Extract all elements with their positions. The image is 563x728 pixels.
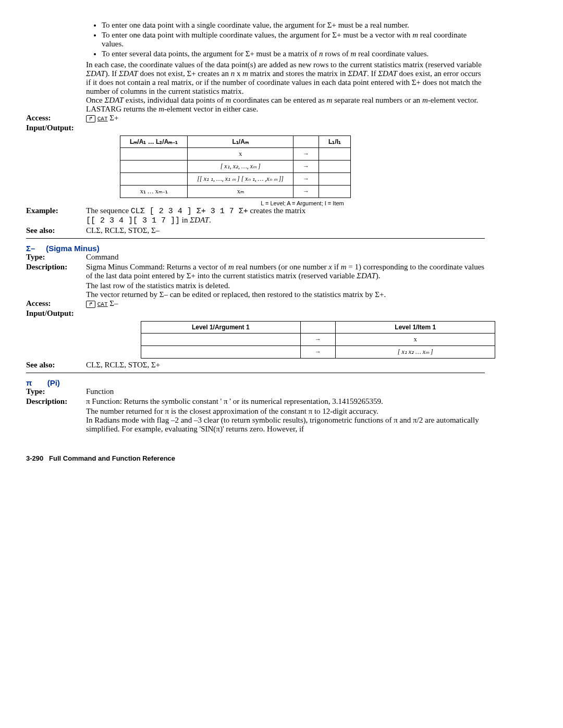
cat-label: CAT [97,301,108,307]
divider [26,238,485,239]
table-header [293,136,319,148]
example-label: Example: [26,206,86,225]
table-cell [120,173,188,186]
table-header [300,322,336,334]
access-suffix: Σ+ [109,114,118,122]
shift-key-icon: ↱ [86,301,95,308]
table-cell [120,148,188,161]
io-label: Input/Output: [26,309,86,318]
seealso-row: See also: CLΣ, RCLΣ, STOΣ, Σ– [26,226,485,235]
table-header: Level 1/Item 1 [336,322,495,334]
sigma-plus-bullets: To enter one data point with a single co… [86,21,485,58]
sigma-plus-io-table: Lₘ/A₁ … L₂/Aₘ₋₁ L₁/Aₘ L₁/I₁ x → [ x₁, x₂… [120,135,351,198]
access-row: Access: ↱ CAT Σ+ [26,114,485,122]
access-suffix: Σ– [109,299,118,307]
sigma-minus-desc3: The vector returned by Σ– can be edited … [86,290,485,299]
seealso-row: See also: CLΣ, RCLΣ, STOΣ, Σ+ [26,361,485,369]
table-cell [141,346,301,359]
io-row: Input/Output: [26,309,485,318]
table-header: Level 1/Argument 1 [141,322,301,334]
table-cell: → [300,346,336,359]
title-name: (Sigma Minus) [46,244,100,253]
sigma-minus-table-wrap: Level 1/Argument 1 Level 1/Item 1 → x → … [141,321,485,359]
page-footer: 3-290 Full Command and Function Referenc… [26,454,485,462]
example-code: CLΣ [ 2 3 4 ] Σ+ 3 1 7 Σ+ [131,207,248,216]
table-cell [319,148,351,161]
table-cell: → [293,173,319,186]
desc-row: Description: Sigma Minus Command: Return… [26,263,485,280]
io-label: Input/Output: [26,124,86,132]
title-name: (Pi) [47,378,60,387]
desc-row: Description: π Function: Returns the sym… [26,397,485,406]
access-value: ↱ CAT Σ– [86,299,485,308]
bullet-item: To enter one data point with multiple co… [102,31,485,48]
io-row: Input/Output: [26,124,485,132]
desc-value: π Function: Returns the symbolic constan… [86,397,485,406]
example-text: creates the matrix [248,206,305,215]
table-cell: xₘ [188,186,293,198]
sigma-minus-desc2: The last row of the statistics matrix is… [86,281,485,290]
table-cell: [ x₁ x₂ … xₘ ] [336,346,495,359]
table-caption: L = Level; A = Argument; I = Item [120,200,485,206]
divider [26,373,485,373]
pi-title: π (Pi) [26,378,485,387]
table-cell [319,161,351,173]
table-header: Lₘ/A₁ … L₂/Aₘ₋₁ [120,136,188,148]
example-value: The sequence CLΣ [ 2 3 4 ] Σ+ 3 1 7 Σ+ c… [86,206,485,225]
sigma-plus-para2: Once ΣDAT exists, individual data points… [86,96,485,114]
sigma-plus-para1: In each case, the coordinate values of t… [86,60,485,96]
table-cell: → [300,334,336,346]
table-header: L₁/Aₘ [188,136,293,148]
type-row: Type: Command [26,253,485,262]
desc-label: Description: [26,263,86,280]
access-row: Access: ↱ CAT Σ– [26,299,485,308]
table-cell: → [293,148,319,161]
desc-label: Description: [26,397,86,406]
table-cell: x [336,334,495,346]
type-value: Function [86,387,485,396]
seealso-value: CLΣ, RCLΣ, STOΣ, Σ+ [86,361,485,369]
example-code: [[ 2 3 4 ][ 3 1 7 ]] [86,216,180,225]
table-cell: x [188,148,293,161]
bullet-item: To enter several data points, the argume… [102,50,485,58]
seealso-value: CLΣ, RCLΣ, STOΣ, Σ– [86,226,485,235]
access-value: ↱ CAT Σ+ [86,114,485,122]
example-text: The sequence [86,206,131,215]
example-row: Example: The sequence CLΣ [ 2 3 4 ] Σ+ 3… [26,206,485,225]
table-cell [319,186,351,198]
pi-desc2: The number returned for π is the closest… [86,407,485,416]
title-symbol: Σ– [26,244,35,253]
table-cell: x₁ … xₘ₋₁ [120,186,188,198]
type-label: Type: [26,253,86,262]
sigma-minus-title: Σ– (Sigma Minus) [26,244,485,253]
example-text: in ΣDAT. [180,216,211,224]
table-cell: [[ x₁ ₁, …, x₁ ₘ ] [ xₙ ₁, … ,xₙ ₘ ]] [188,173,293,186]
sigma-minus-io-table: Level 1/Argument 1 Level 1/Item 1 → x → … [141,321,495,359]
table-cell: → [293,186,319,198]
footer-title: Full Command and Function Reference [49,454,175,462]
type-value: Command [86,253,485,262]
page-number: 3-290 [26,454,43,462]
bullet-item: To enter one data point with a single co… [102,21,485,30]
seealso-label: See also: [26,226,86,235]
table-cell [120,161,188,173]
cat-label: CAT [97,116,108,122]
sigma-plus-table-wrap: Lₘ/A₁ … L₂/Aₘ₋₁ L₁/Aₘ L₁/I₁ x → [ x₁, x₂… [120,135,485,206]
table-cell: [ x₁, x₂, …, xₘ ] [188,161,293,173]
type-label: Type: [26,387,86,396]
seealso-label: See also: [26,361,86,369]
table-cell: → [293,161,319,173]
title-symbol: π [26,378,32,387]
table-cell [141,334,301,346]
desc-value: Sigma Minus Command: Returns a vector of… [86,263,485,280]
shift-key-icon: ↱ [86,115,95,122]
table-header: L₁/I₁ [319,136,351,148]
access-label: Access: [26,114,86,122]
table-cell [319,173,351,186]
type-row: Type: Function [26,387,485,396]
access-label: Access: [26,299,86,308]
pi-desc3: In Radians mode with flag –2 and –3 clea… [86,416,485,434]
sigma-plus-content: To enter one data point with a single co… [86,21,485,114]
